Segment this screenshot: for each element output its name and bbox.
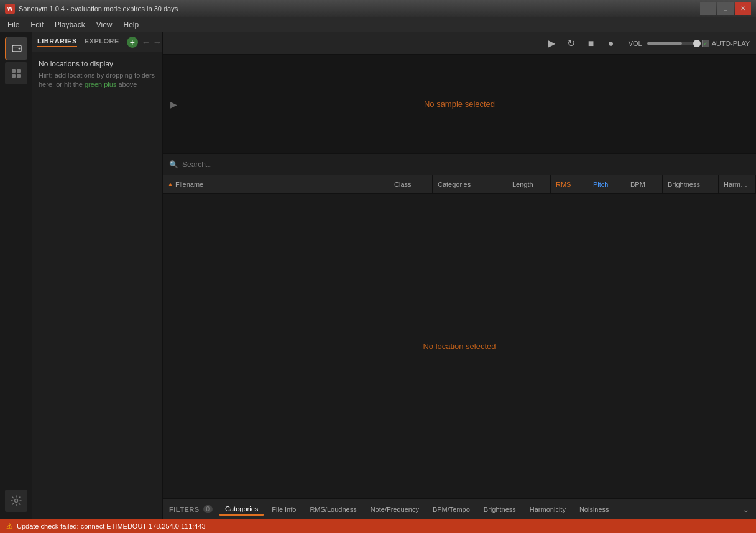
status-warning-icon: ⚠ [6, 522, 13, 531]
app-body: LIBRARIES EXPLORE + ← → No locations to … [0, 32, 756, 519]
vol-slider[interactable] [647, 42, 697, 45]
col-categories[interactable]: Categories [433, 175, 507, 193]
menu-playback[interactable]: Playback [50, 19, 90, 31]
auto-play-checkbox[interactable] [702, 40, 709, 47]
toolbar: ▶ ↻ ■ ● VOL AUTO-PLAY [163, 32, 756, 55]
svg-rect-6 [17, 74, 21, 78]
menu-file[interactable]: File [2, 19, 24, 31]
filters-label: FILTERS [169, 506, 200, 513]
auto-play-label[interactable]: AUTO-PLAY [702, 40, 750, 47]
filter-tab-categories[interactable]: Categories [219, 503, 264, 516]
window-controls: — □ ✕ [700, 2, 751, 15]
vol-slider-thumb [693, 40, 701, 47]
status-bar: ⚠ Update check failed: connect ETIMEDOUT… [0, 519, 756, 533]
title-bar: W Sononym 1.0.4 - evaluation mode expire… [0, 0, 756, 17]
menu-view[interactable]: View [91, 19, 118, 31]
waveform-area: ▶ No sample selected [163, 55, 756, 154]
play-button[interactable]: ▶ [544, 36, 559, 51]
filter-tab-fileinfo[interactable]: File Info [265, 504, 302, 515]
loop-button[interactable]: ↻ [564, 36, 579, 51]
search-bar: 🔍 [163, 154, 756, 175]
status-text: Update check failed: connect ETIMEDOUT 1… [17, 522, 206, 530]
svg-rect-5 [12, 74, 16, 78]
svg-rect-4 [17, 69, 21, 73]
icon-sidebar [0, 32, 32, 519]
nav-back-button[interactable]: ← [142, 37, 150, 47]
no-locations-title: No locations to display [39, 60, 156, 68]
minimize-button[interactable]: — [700, 2, 716, 15]
col-filename[interactable]: ▲ Filename [163, 175, 389, 193]
menu-edit[interactable]: Edit [25, 19, 48, 31]
filter-tab-noisiness[interactable]: Noisiness [573, 504, 615, 515]
filter-tab-brightness[interactable]: Brightness [477, 504, 522, 515]
maximize-button[interactable]: □ [717, 2, 734, 15]
no-location-text: No location selected [423, 342, 496, 351]
vol-slider-container [647, 42, 697, 45]
filters-bar: FILTERS 0 Categories File Info RMS/Loudn… [163, 498, 756, 519]
hint-green: green plus [85, 81, 116, 88]
nav-forward-button[interactable]: → [153, 37, 162, 47]
filter-tab-note[interactable]: Note/Frequency [364, 504, 425, 515]
svg-rect-3 [12, 69, 16, 73]
auto-play-text: AUTO-PLAY [712, 40, 750, 47]
sidebar-settings-icon[interactable] [5, 490, 27, 512]
stop-button[interactable]: ■ [584, 36, 599, 51]
add-location-button[interactable]: + [127, 37, 138, 48]
filter-tab-bpm[interactable]: BPM/Tempo [426, 504, 476, 515]
tab-explore[interactable]: EXPLORE [85, 37, 119, 47]
search-input[interactable] [182, 160, 750, 169]
filters-count: 0 [203, 505, 213, 513]
waveform-play-button[interactable]: ▶ [170, 99, 177, 109]
hint-suffix: above [116, 81, 137, 88]
sort-arrow-icon: ▲ [168, 181, 173, 187]
col-bpm[interactable]: BPM [625, 175, 663, 193]
no-locations-hint: Hint: add locations by dropping folders … [39, 71, 156, 90]
app-title: Sononym 1.0.4 - evaluation mode expires … [19, 5, 178, 12]
left-panel: LIBRARIES EXPLORE + ← → No locations to … [32, 32, 163, 519]
tab-libraries[interactable]: LIBRARIES [37, 37, 77, 47]
search-icon: 🔍 [169, 160, 178, 169]
col-pitch[interactable]: Pitch [588, 175, 625, 193]
sidebar-libraries-icon[interactable] [5, 37, 27, 60]
col-class[interactable]: Class [389, 175, 433, 193]
col-length[interactable]: Length [507, 175, 551, 193]
close-button[interactable]: ✕ [735, 2, 751, 15]
col-brightness[interactable]: Brightness [663, 175, 719, 193]
menu-bar: File Edit Playback View Help [0, 17, 756, 32]
speaker-button[interactable]: ● [604, 36, 619, 51]
icon-sidebar-bottom [5, 490, 27, 512]
svg-point-1 [18, 48, 20, 50]
filter-tab-rms[interactable]: RMS/Loudness [303, 504, 362, 515]
no-sample-text: No sample selected [424, 99, 495, 109]
sidebar-grid-icon[interactable] [5, 62, 27, 84]
col-rms[interactable]: RMS [551, 175, 588, 193]
main-content: ▶ ↻ ■ ● VOL AUTO-PLAY ▶ No sample select… [163, 32, 756, 519]
vol-slider-fill [647, 42, 682, 45]
col-harm[interactable]: Harm… [719, 175, 756, 193]
vol-label: VOL [629, 40, 642, 47]
table-header: ▲ Filename Class Categories Length RMS P… [163, 175, 756, 194]
svg-point-7 [14, 499, 17, 503]
app-icon: W [5, 4, 15, 14]
left-panel-tabs: LIBRARIES EXPLORE + ← → [32, 32, 162, 52]
menu-help[interactable]: Help [119, 19, 144, 31]
filter-tab-harmonicity[interactable]: Harmonicity [523, 504, 572, 515]
no-locations-panel: No locations to display Hint: add locati… [32, 52, 162, 98]
table-body: No location selected [163, 194, 756, 498]
filters-expand-button[interactable]: ⌄ [742, 504, 750, 514]
